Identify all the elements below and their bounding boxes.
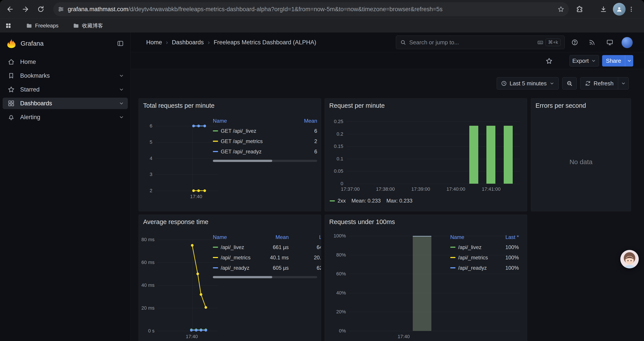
panel-title[interactable]: Total requests per minute [143, 102, 214, 110]
profile-icon [616, 6, 623, 13]
panel-title[interactable]: Requests under 100ms [329, 218, 395, 226]
breadcrumb: Home › Dashboards › Freeleaps Metrics Da… [146, 33, 316, 52]
legend-row[interactable]: /api/_livez 661 µs 646 µs [213, 242, 321, 252]
browser-menu-button[interactable] [624, 2, 638, 16]
series-name[interactable]: /api/_readyz [458, 265, 487, 271]
share-button[interactable]: Share [602, 55, 625, 67]
legend-header-last[interactable]: Last * [289, 234, 321, 240]
legend-row[interactable]: GET /api/_metrics 2 [213, 136, 317, 146]
url-text[interactable]: grafana.mathmast.com/d/deytv4rwavabkb/fr… [68, 6, 554, 13]
bookmark-label: 收藏博客 [82, 22, 103, 29]
browser-profile-avatar[interactable] [613, 3, 626, 16]
back-button[interactable] [3, 2, 17, 16]
url-bar[interactable]: grafana.mathmast.com/d/deytv4rwavabkb/fr… [53, 2, 569, 16]
extensions-icon [576, 6, 583, 13]
series-name[interactable]: GET /api/_readyz [221, 149, 262, 155]
series-name[interactable]: /api/_metrics [221, 254, 250, 261]
bookmark-blogs[interactable]: 收藏博客 [70, 21, 106, 31]
apps-grid-button[interactable] [4, 22, 13, 30]
breadcrumb-dashboards[interactable]: Dashboards [172, 39, 204, 46]
series-name[interactable]: /api/_metrics [458, 254, 488, 261]
legend-row[interactable]: GET /api/_livez 6 [213, 126, 317, 136]
help-icon [571, 39, 578, 46]
home-icon [8, 58, 15, 66]
search-input[interactable] [409, 39, 534, 46]
time-range-picker[interactable]: Last 5 minutes [497, 77, 559, 90]
export-button[interactable]: Export [570, 55, 599, 67]
refresh-interval-button[interactable] [618, 78, 628, 89]
search-box[interactable]: ⌘+k [396, 36, 565, 49]
chevron-down-icon[interactable] [118, 114, 124, 120]
chevron-down-icon[interactable] [118, 87, 124, 92]
sidebar-item-alerting[interactable]: Alerting [3, 112, 128, 123]
assistant-avatar[interactable] [620, 250, 639, 268]
display-button[interactable] [604, 37, 615, 48]
reload-button[interactable] [34, 2, 48, 16]
sidebar-item-label: Bookmarks [20, 72, 50, 79]
extensions-button[interactable] [572, 2, 586, 16]
user-avatar[interactable] [622, 37, 633, 48]
legend-scrollbar[interactable] [213, 160, 317, 162]
tune-icon[interactable] [58, 6, 64, 13]
dock-menu-button[interactable] [115, 38, 126, 49]
news-button[interactable] [587, 37, 597, 48]
series-name[interactable]: GET /api/_metrics [221, 138, 263, 144]
series-name[interactable]: GET /api/_livez [221, 128, 256, 134]
favorite-star-button[interactable] [545, 57, 553, 65]
chevron-down-icon[interactable] [118, 73, 124, 79]
scrollbar-thumb[interactable] [213, 276, 272, 278]
panel-title[interactable]: Errors per second [536, 102, 586, 110]
search-shortcut: ⌘+k [537, 39, 560, 46]
zoom-out-button[interactable] [562, 77, 577, 90]
series-name[interactable]: /api/_livez [458, 244, 482, 250]
series-swatch [330, 200, 335, 201]
grafana-logo[interactable] [6, 38, 17, 49]
panel-title[interactable]: Request per minute [329, 102, 385, 110]
legend-header-last[interactable]: Last * [498, 234, 519, 240]
help-button[interactable] [570, 37, 580, 48]
chevron-down-icon[interactable] [118, 101, 124, 106]
scrollbar-thumb[interactable] [213, 160, 272, 162]
share-menu-button[interactable] [625, 55, 633, 67]
legend-header-mean[interactable]: Mean [299, 118, 317, 124]
legend-header-name[interactable]: Name [450, 234, 498, 240]
legend-table: Name Last * /api/_livez 100% /api/_metri… [450, 232, 519, 273]
legend-row[interactable]: GET /api/_readyz 6 [213, 146, 317, 157]
breadcrumb-current: Freeleaps Metrics Dashboard (ALPHA) [214, 39, 316, 46]
share-button-group: Share [602, 55, 633, 67]
time-range-label: Last 5 minutes [510, 80, 547, 87]
downloads-button[interactable] [596, 2, 610, 16]
legend-scrollbar[interactable] [213, 276, 317, 278]
series-swatch [213, 267, 218, 268]
bookmark-star-icon[interactable] [558, 6, 564, 13]
panel-title[interactable]: Average response time [143, 218, 208, 226]
legend-row[interactable]: /api/_metrics 100% [450, 252, 519, 263]
legend-header-mean[interactable]: Mean [263, 234, 289, 240]
legend-row[interactable]: /api/_readyz 100% [450, 263, 519, 273]
sidebar-item-starred[interactable]: Starred [3, 84, 128, 95]
series-swatch [450, 247, 456, 248]
series-name[interactable]: /api/_readyz [221, 265, 250, 271]
sidebar-item-dashboards[interactable]: Dashboards [3, 98, 128, 109]
series-name[interactable]: 2xx [338, 198, 346, 204]
legend-header-name[interactable]: Name [213, 118, 299, 124]
dock-icon [117, 40, 124, 47]
sidebar-item-bookmarks[interactable]: Bookmarks [3, 70, 128, 81]
series-swatch [213, 257, 218, 258]
grafana-sidebar: Grafana Home Bookmarks Starred [0, 33, 131, 341]
sidebar-item-home[interactable]: Home [3, 56, 128, 68]
url-domain: grafana.mathmast.com [68, 6, 128, 13]
legend-row[interactable]: /api/_livez 100% [450, 242, 519, 252]
legend-row[interactable]: /api/_metrics 40.1 ms 20.5 ms [213, 252, 321, 263]
bookmarks-bar: Freeleaps 收藏博客 [0, 19, 644, 33]
bookmark-freeleaps[interactable]: Freeleaps [23, 21, 62, 31]
refresh-button[interactable]: Refresh [580, 78, 618, 89]
breadcrumb-home[interactable]: Home [146, 39, 162, 46]
legend-row[interactable]: /api/_readyz 605 µs 620 µs [213, 263, 321, 273]
series-name[interactable]: /api/_livez [221, 244, 244, 250]
forward-button[interactable] [18, 2, 32, 16]
zoom-out-icon [566, 80, 573, 87]
monitor-icon [606, 39, 613, 46]
star-icon [8, 86, 15, 93]
legend-header-name[interactable]: Name [213, 234, 263, 240]
